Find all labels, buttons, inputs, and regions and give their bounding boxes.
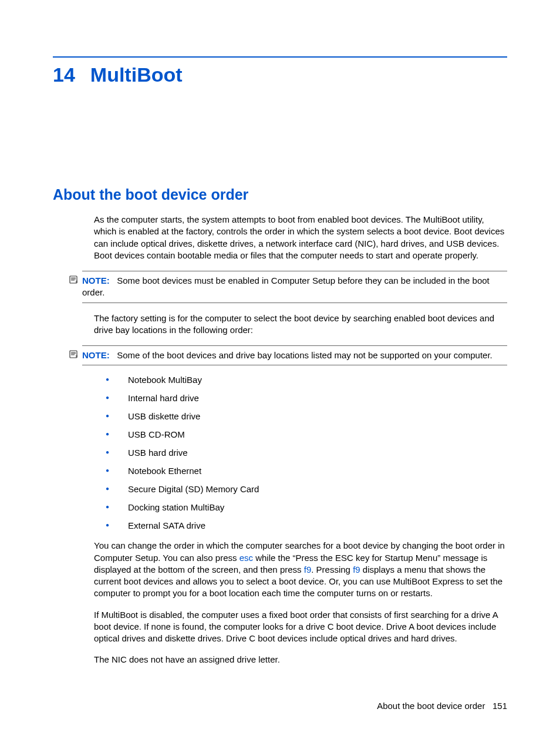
list-item: USB CD-ROM xyxy=(106,429,507,439)
chapter-rule xyxy=(53,56,507,58)
esc-key: esc xyxy=(239,553,253,563)
note-label-2: NOTE: xyxy=(82,350,110,360)
chapter-heading: 14MultiBoot xyxy=(53,63,507,86)
f9-key-2: f9 xyxy=(353,564,360,574)
list-item: USB diskette drive xyxy=(106,411,507,421)
footer-page: 151 xyxy=(492,701,507,711)
list-item: Notebook MultiBay xyxy=(106,375,507,385)
list-item: Internal hard drive xyxy=(106,393,507,403)
change-part3: . Pressing xyxy=(311,564,353,574)
factory-paragraph: The factory setting is for the computer … xyxy=(94,312,507,337)
change-order-paragraph: You can change the order in which the co… xyxy=(94,540,507,599)
list-item: External SATA drive xyxy=(106,520,507,530)
chapter-title: MultiBoot xyxy=(90,63,183,86)
nic-paragraph: The NIC does not have an assigned drive … xyxy=(94,654,507,666)
note-text-1: Some boot devices must be enabled in Com… xyxy=(82,275,490,297)
disabled-paragraph: If MultiBoot is disabled, the computer u… xyxy=(94,609,507,645)
f9-key: f9 xyxy=(304,564,312,574)
note-block-1: NOTE: Some boot devices must be enabled … xyxy=(82,271,507,303)
list-item: Docking station MultiBay xyxy=(106,502,507,512)
note-icon xyxy=(69,350,79,359)
list-item: USB hard drive xyxy=(106,448,507,458)
list-item: Secure Digital (SD) Memory Card xyxy=(106,484,507,494)
note-label-1: NOTE: xyxy=(82,275,110,285)
page-footer: About the boot device order 151 xyxy=(377,701,507,711)
list-item: Notebook Ethernet xyxy=(106,466,507,476)
chapter-number: 14 xyxy=(53,63,75,86)
boot-device-list: Notebook MultiBay Internal hard drive US… xyxy=(106,375,507,530)
note-block-2: NOTE: Some of the boot devices and drive… xyxy=(82,345,507,365)
note-text-2: Some of the boot devices and drive bay l… xyxy=(117,350,492,360)
note-icon xyxy=(69,275,79,284)
footer-text: About the boot device order xyxy=(377,701,485,711)
intro-paragraph: As the computer starts, the system attem… xyxy=(94,214,507,261)
section-heading: About the boot device order xyxy=(53,186,507,203)
